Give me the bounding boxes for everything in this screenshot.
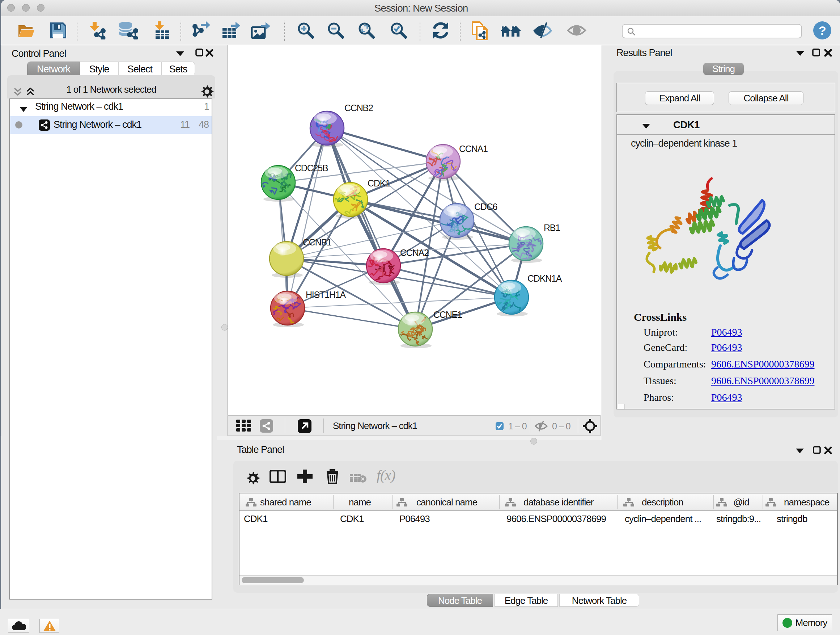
svg-text:CCNB1: CCNB1 [303, 237, 332, 247]
svg-text:CDC25B: CDC25B [295, 163, 328, 173]
svg-text:CDK1: CDK1 [368, 178, 390, 188]
svg-text:HIST1H1A: HIST1H1A [306, 290, 346, 300]
svg-text:CCNA2: CCNA2 [400, 248, 429, 258]
svg-text:CDC6: CDC6 [474, 202, 497, 212]
svg-text:CCNB2: CCNB2 [344, 103, 373, 113]
svg-text:CCNA1: CCNA1 [459, 144, 488, 154]
svg-text:CDKN1A: CDKN1A [527, 273, 562, 283]
svg-text:RB1: RB1 [544, 223, 560, 233]
svg-text:CCNE1: CCNE1 [433, 310, 462, 320]
